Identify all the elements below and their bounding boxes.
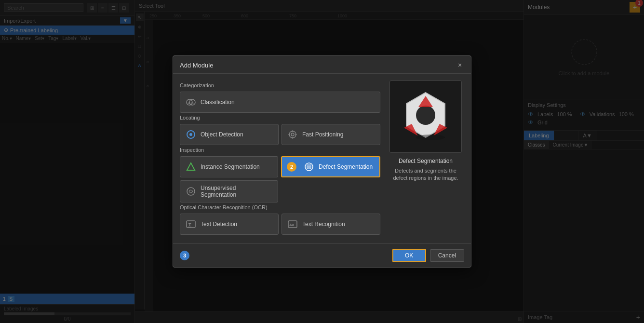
classification-label: Classification — [201, 99, 235, 106]
text-detection-label: Text Detection — [201, 221, 237, 228]
dialog-title: Add Module — [180, 62, 213, 69]
dialog-left: Categorization A B — [180, 81, 380, 237]
module-grid-ocr: T Text Detection Aa — [180, 214, 380, 235]
preview-svg — [394, 85, 457, 148]
module-item-instance-segmentation[interactable]: Instance Segmentation — [180, 156, 278, 177]
module-grid-locating: Object Detection — [180, 124, 380, 145]
module-item-text-detection[interactable]: T Text Detection — [180, 214, 279, 235]
defect-segmentation-icon — [303, 161, 315, 173]
module-item-defect-segmentation[interactable]: 2 Defect Segmentation — [281, 156, 380, 177]
module-item-text-recognition[interactable]: Aa Text Recognition — [282, 214, 380, 235]
module-item-object-detection[interactable]: Object Detection — [180, 124, 279, 145]
module-grid-inspection: Instance Segmentation 2 — [180, 156, 380, 202]
svg-marker-25 — [187, 163, 195, 170]
module-row-unsupervised: Unsupervised Segmentation — [180, 180, 380, 202]
svg-point-18 — [189, 133, 192, 136]
defect-segmentation-label: Defect Segmentation — [319, 163, 373, 170]
section-locating: Locating — [180, 115, 380, 121]
object-detection-icon — [185, 129, 197, 140]
svg-text:A: A — [188, 101, 190, 105]
text-recognition-icon: Aa — [287, 218, 298, 230]
svg-text:Aa: Aa — [289, 223, 295, 227]
svg-point-27 — [308, 165, 310, 168]
preview-box — [389, 81, 462, 153]
dialog-body: Categorization A B — [173, 74, 471, 243]
section-categorization: Categorization — [180, 82, 380, 88]
svg-text:B: B — [191, 101, 194, 105]
unsupervised-segmentation-icon — [185, 186, 197, 197]
module-row-ocr: T Text Detection Aa — [180, 214, 380, 235]
dialog-footer: 3 OK Cancel — [173, 243, 471, 267]
step2-circle: 2 — [287, 162, 296, 172]
fast-positioning-icon — [287, 129, 298, 140]
section-inspection: Inspection — [180, 147, 380, 153]
module-row-locating: Object Detection — [180, 124, 380, 145]
fast-positioning-label: Fast Positioning — [302, 131, 343, 138]
unsupervised-segmentation-label: Unsupervised Segmentation — [201, 185, 273, 198]
dialog-overlay: Add Module × Categorization — [0, 0, 644, 323]
module-item-unsupervised-segmentation[interactable]: Unsupervised Segmentation — [180, 180, 278, 202]
step3-circle: 3 — [180, 251, 189, 260]
cancel-button[interactable]: Cancel — [430, 249, 464, 262]
svg-point-20 — [291, 133, 294, 136]
preview-description: Detects and segments the defect regions … — [387, 167, 464, 182]
dialog-close-button[interactable]: × — [456, 61, 464, 69]
ok-button[interactable]: OK — [392, 249, 426, 262]
section-ocr: Optical Character Recognition (OCR) — [180, 204, 380, 210]
text-recognition-label: Text Recognition — [302, 221, 345, 228]
dialog-header: Add Module × — [173, 56, 471, 74]
module-item-classification[interactable]: A B Classification — [180, 92, 380, 113]
instance-segmentation-label: Instance Segmentation — [201, 163, 260, 170]
svg-text:T: T — [188, 222, 191, 227]
dialog-preview-panel: Defect Segmentation Detects and segments… — [387, 81, 464, 237]
object-detection-label: Object Detection — [201, 131, 243, 138]
module-row-segmentation: Instance Segmentation 2 — [180, 156, 380, 177]
app-layout: ⊞ ≡ ☰ ⊡ Import/Export ▼ ⊕ Pre-trained La… — [0, 0, 644, 323]
module-grid-categorization: A B Classification — [180, 92, 380, 113]
add-module-dialog: Add Module × Categorization — [173, 55, 471, 268]
text-detection-icon: T — [185, 218, 197, 230]
svg-point-40 — [416, 135, 445, 140]
svg-point-36 — [416, 106, 435, 125]
svg-point-19 — [289, 131, 296, 138]
module-item-fast-positioning[interactable]: Fast Positioning — [282, 124, 380, 145]
svg-point-28 — [187, 188, 195, 195]
classification-icon: A B — [185, 96, 197, 108]
instance-segmentation-icon — [185, 161, 197, 173]
step3-wrapper: 3 — [180, 251, 192, 260]
module-row-classification: A B Classification — [180, 92, 380, 113]
preview-title: Defect Segmentation — [399, 158, 453, 164]
